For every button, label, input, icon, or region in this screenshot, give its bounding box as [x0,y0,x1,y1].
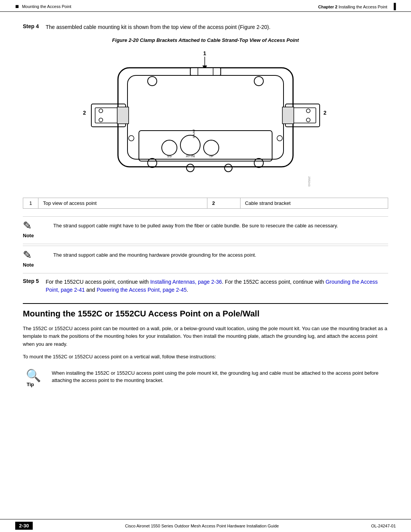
step5-row: Step 5 For the 1552CU access point, cont… [23,278,388,294]
footer-center-text: Cisco Aironet 1550 Series Outdoor Mesh A… [33,524,371,528]
note1-section: ✎ Note The strand support cable might ha… [23,216,388,242]
svg-rect-3 [127,75,284,159]
divider2 [23,273,388,273]
tip-text: When installing the 1552C or 1552CU acce… [52,369,388,384]
svg-text:255243: 255243 [307,176,311,187]
svg-text:2: 2 [83,110,86,116]
svg-point-30 [186,164,194,172]
step5-link1[interactable]: Installing Antennas, page 2-36 [150,279,222,285]
note2-text: The strand support cable and the mountin… [53,250,388,259]
section-heading: Mounting the 1552C or 1552CU Access Poin… [23,303,388,320]
svg-rect-13 [117,107,129,124]
svg-point-11 [99,109,103,113]
legend-table: 1 Top view of access point 2 Cable stran… [23,198,388,209]
svg-text:ATTN: ATTN [186,154,195,158]
svg-point-27 [204,140,219,155]
svg-point-29 [148,158,157,168]
svg-text:SHUNT: SHUNT [193,129,195,138]
legend-desc2: Cable strand bracket [240,198,388,209]
note2-section: ✎ Note The strand support cable and the … [23,246,388,272]
step4-text: The assembled cable mounting kit is show… [46,23,388,31]
svg-point-34 [277,136,282,141]
svg-point-17 [306,109,310,113]
svg-point-22 [162,140,177,155]
header-section: Mounting the Access Point [22,4,72,9]
note1-text: The strand support cable might have to b… [53,220,388,230]
legend-num2: 2 [207,198,240,209]
svg-point-12 [99,118,103,122]
header-chapter: Chapter 2 [318,5,338,9]
page-footer: 2-30 Cisco Aironet 1550 Series Outdoor M… [0,519,411,532]
note2-icon-area: ✎ Note [23,250,53,268]
tip-label: Tip [27,382,42,387]
header-chapter-title: Installing the Access Point [339,5,387,9]
svg-text:SS: SS [167,154,172,158]
svg-rect-4 [190,68,221,75]
note2-icon: ✎ [23,250,32,260]
header-chapter-area: Chapter 2 Installing the Access Point ▐ [318,3,396,10]
svg-rect-2 [118,68,293,167]
tip-section: 🔍 Tip When installing the 1552C or 1552C… [23,366,388,391]
svg-point-24 [180,135,200,155]
body-paragraph-2: To mount the 1552C or 1552CU access poin… [23,353,388,361]
svg-point-31 [225,164,232,172]
svg-text:TP: TP [209,154,213,158]
legend-desc1: Top view of access point [38,198,207,209]
svg-point-33 [129,136,134,141]
footer-doc-number: OL-24247-01 [371,524,396,528]
svg-text:1: 1 [203,50,206,56]
figure-caption: Figure 2-20 Clamp Brackets Attached to C… [23,37,388,43]
svg-point-18 [306,118,310,122]
svg-point-8 [254,77,263,86]
tip-icon: 🔍 [26,369,41,382]
svg-rect-21 [139,131,272,161]
svg-text:2: 2 [323,110,327,116]
svg-point-32 [254,158,263,168]
step5-text: For the 1552CU access point, continue wi… [46,278,388,294]
legend-num1: 1 [23,198,38,209]
svg-rect-19 [282,107,294,124]
note1-label: Note [23,233,34,238]
table-row: 1 Top view of access point 2 Cable stran… [23,198,388,209]
page-header: ■ Mounting the Access Point Chapter 2 In… [0,0,411,12]
access-point-diagram: 1 [72,47,339,192]
note1-icon-area: ✎ Note [23,220,53,238]
main-content: Step 4 The assembled cable mounting kit … [0,12,411,400]
tip-icon-col: 🔍 Tip [23,369,46,387]
note2-label: Note [23,262,34,268]
svg-point-7 [148,77,157,86]
header-section-label: ■ Mounting the Access Point [15,3,71,10]
footer-page-number: 2-30 [15,522,33,530]
step5-label: Step 5 [23,278,46,294]
divider1 [23,244,388,244]
step4-label: Step 4 [23,23,46,31]
step4-row: Step 4 The assembled cable mounting kit … [23,23,388,31]
figure-container: 1 [23,47,388,192]
step5-link3[interactable]: Powering the Access Point, page 2-45 [97,287,187,293]
body-paragraph-1: The 1552C or 1552CU access point can be … [23,325,388,348]
note1-icon: ✎ [23,220,32,231]
